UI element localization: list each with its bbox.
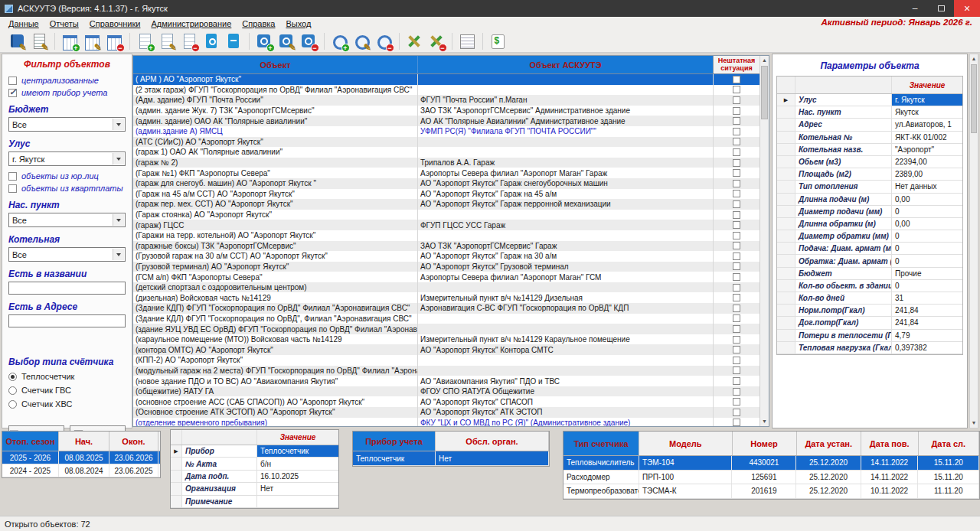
- param-row[interactable]: Примечание: [171, 496, 338, 508]
- param-row[interactable]: Дата подп.16.10.2025: [171, 471, 338, 483]
- param-row[interactable]: Длинна подачи (м)0,00: [777, 194, 962, 206]
- table-row[interactable]: ТеплосчетчикНет: [353, 451, 549, 466]
- table-row[interactable]: (отделение временного пребывания)ФКУ "ЦХ…: [133, 418, 769, 426]
- document-meter-button[interactable]: [201, 31, 221, 51]
- param-row[interactable]: Норм.потр(Гкал)241,84: [777, 305, 962, 317]
- column-header[interactable]: Дата пов.: [861, 432, 919, 455]
- emergency-checkbox[interactable]: [733, 169, 740, 177]
- table-scrollbar[interactable]: ▲ ▼: [760, 56, 769, 426]
- hot-water-meter-radio[interactable]: Счетчик ГВС: [8, 386, 126, 395]
- heat-meter-radio[interactable]: Теплосчетчик: [8, 372, 126, 381]
- emergency-checkbox[interactable]: [733, 138, 740, 145]
- param-row[interactable]: Диаметр обратки (мм)0: [777, 230, 962, 243]
- column-header[interactable]: Модель: [639, 432, 732, 455]
- journal-button[interactable]: ✎: [6, 31, 27, 51]
- column-header[interactable]: Дата устан.: [797, 432, 861, 455]
- param-row[interactable]: № Актаб/н: [171, 458, 338, 470]
- table-row[interactable]: (контора ОМТС) АО "Аэропорт Якутск"АО "А…: [133, 344, 769, 355]
- emergency-checkbox[interactable]: [733, 419, 740, 426]
- emergency-checkbox[interactable]: [733, 211, 740, 219]
- emergency-checkbox[interactable]: [733, 273, 740, 281]
- emergency-checkbox[interactable]: [733, 262, 740, 270]
- ulus-select[interactable]: г. Якутск: [8, 151, 126, 166]
- grid-button[interactable]: [456, 31, 477, 51]
- meter-add-button[interactable]: +: [253, 31, 274, 51]
- object-edit-button[interactable]: ✎: [156, 31, 177, 51]
- table-row[interactable]: (дизельная) Войсковая часть №14129Измери…: [133, 292, 769, 303]
- table-row[interactable]: (ГСМ а/п) ФКП "Аэропорты Севера"Аэропорт…: [133, 272, 769, 282]
- param-row[interactable]: Обратка: Диам. армат (мм)0: [777, 255, 962, 267]
- emergency-checkbox[interactable]: [733, 107, 740, 115]
- emergency-checkbox[interactable]: [733, 284, 740, 292]
- params-scrollbar[interactable]: ▲ ▼: [969, 54, 978, 428]
- rent-objects-checkbox[interactable]: объекты из квартплаты: [8, 184, 126, 193]
- tools-delete-button[interactable]: −: [426, 31, 446, 51]
- scroll-up-icon[interactable]: ▲: [760, 56, 769, 65]
- has-meter-checkbox[interactable]: имеют прибор учета: [8, 88, 126, 97]
- table-row[interactable]: (Гараж стоянка) АО "Аэропорт Якутск": [133, 210, 769, 220]
- address-search-input[interactable]: [8, 314, 126, 327]
- param-row[interactable]: Кол-во дней31: [777, 292, 962, 305]
- param-row[interactable]: Нас. пунктЯкутск: [777, 106, 962, 119]
- name-search-input[interactable]: [8, 282, 126, 295]
- emergency-checkbox[interactable]: [733, 366, 740, 374]
- season-delete-button[interactable]: −: [103, 31, 124, 51]
- param-row[interactable]: Длинна обратки (м)0,00: [777, 218, 962, 230]
- table-row[interactable]: ( АРМ ) АО "Аэропорт Якутск": [133, 74, 769, 85]
- param-row[interactable]: Кол-во обьект. в здании0: [777, 280, 962, 292]
- close-button[interactable]: ×: [954, 0, 980, 17]
- table-row[interactable]: (гараж пер. мех. ССТ) АО "Аэропорт Якутс…: [133, 199, 769, 210]
- meter-edit-button[interactable]: ✎: [276, 31, 296, 51]
- table-row[interactable]: ТепловычислительТЭМ-104443002125.12.2020…: [564, 456, 979, 471]
- table-row[interactable]: (Гаражи на терр. котельной) АО "Аэропорт…: [133, 230, 769, 241]
- menu-item-otchety[interactable]: Отчеты: [44, 18, 84, 29]
- param-row[interactable]: Тепловая нагрузка (Гкал/ч)0,397382: [777, 342, 962, 354]
- emergency-checkbox[interactable]: [733, 159, 740, 167]
- param-row[interactable]: Обьем (м3)22394,00: [777, 156, 962, 168]
- scrollbar-thumb[interactable]: [761, 66, 768, 119]
- table-row[interactable]: (Здание КДЛ) ФГУП "Госкорпорация по ОрВД…: [133, 314, 769, 324]
- emergency-checkbox[interactable]: [733, 232, 740, 239]
- table-row[interactable]: 2025 - 202608.08.202523.06.2026: [2, 451, 160, 464]
- table-row[interactable]: (гаражные боксы) ТЗК "АэропортГСМсервис"…: [133, 241, 769, 252]
- table-row[interactable]: (новое здание ПДО и ТО ВС) АО "Авиакомпа…: [133, 376, 769, 386]
- season-edit-button[interactable]: ✎: [81, 31, 102, 51]
- cold-water-meter-radio[interactable]: Счетчик ХВС: [8, 399, 126, 409]
- counter-edit-button[interactable]: ✎: [351, 31, 371, 51]
- param-row[interactable]: Адресул.Авиаторов, 1: [777, 119, 962, 131]
- chevron-down-icon[interactable]: [113, 119, 124, 130]
- emergency-checkbox[interactable]: [733, 314, 740, 322]
- table-row[interactable]: (основное строение АСС (САБ СПАСОП)) АО …: [133, 396, 769, 407]
- column-header[interactable]: Отоп. сезон: [2, 432, 59, 451]
- object-add-button[interactable]: +: [134, 31, 155, 51]
- document-meter-remove-button[interactable]: [223, 31, 243, 51]
- emergency-checkbox[interactable]: [733, 305, 740, 312]
- table-row[interactable]: (гараж 1) ОАО АК "Полярные авиалинии": [133, 147, 769, 158]
- boiler-select[interactable]: Все: [8, 247, 126, 262]
- menu-item-administrirovanie[interactable]: Администрирование: [145, 18, 237, 29]
- emergency-checkbox[interactable]: [733, 128, 740, 135]
- chevron-down-icon[interactable]: [113, 153, 124, 165]
- counter-delete-button[interactable]: −: [373, 31, 394, 51]
- column-header[interactable]: Дата сл.: [919, 432, 979, 455]
- table-row[interactable]: (Основное строение АТК ЭСТОП) АО "Аэропо…: [133, 407, 769, 418]
- emergency-checkbox[interactable]: [733, 117, 740, 125]
- column-header[interactable]: Прибор учета: [353, 432, 436, 451]
- menu-item-vyhod[interactable]: Выход: [280, 18, 316, 29]
- table-row[interactable]: (Грузовой терминал) АО "Аэропорт Якутск"…: [133, 262, 769, 272]
- scroll-down-icon[interactable]: ▼: [760, 417, 769, 426]
- legal-entities-checkbox[interactable]: объекты из юр.лиц: [8, 171, 126, 181]
- scroll-up-icon[interactable]: ▲: [970, 54, 978, 64]
- minimize-button[interactable]: –: [902, 0, 928, 17]
- table-row[interactable]: (общежитие) ЯАТУ ГАФГОУ СПО ЯАТУГА Общеж…: [133, 386, 769, 397]
- param-row[interactable]: ОрганизацияНет: [171, 483, 338, 495]
- column-header[interactable]: Обсл. орган.: [436, 432, 549, 451]
- menu-item-spravochniki[interactable]: Справочники: [84, 18, 146, 29]
- emergency-checkbox[interactable]: [733, 398, 740, 406]
- chevron-down-icon[interactable]: [113, 214, 124, 226]
- table-row[interactable]: (2 этаж гараж) ФГУП "Госкорпорация по Ор…: [133, 85, 769, 96]
- season-add-button[interactable]: +: [59, 31, 80, 51]
- param-row[interactable]: ▶Улусг. Якутск: [777, 94, 962, 106]
- budget-select[interactable]: Все: [8, 117, 126, 132]
- object-delete-button[interactable]: −: [178, 31, 199, 51]
